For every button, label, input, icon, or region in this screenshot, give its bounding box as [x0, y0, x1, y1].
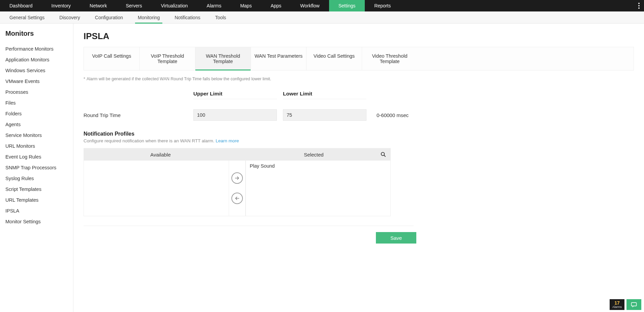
svg-line-1 — [384, 155, 385, 157]
main-content: IPSLA VoIP Call SettingsVoIP Threshold T… — [73, 24, 644, 312]
topnav-item-network[interactable]: Network — [80, 0, 116, 11]
rtt-upper-input[interactable] — [193, 109, 277, 121]
alarms-badge[interactable]: 17 Alarms — [610, 299, 624, 310]
settings-scroll[interactable]: *Alarm will be generated if the collecte… — [84, 73, 634, 300]
available-list[interactable] — [84, 161, 229, 216]
topnav-item-workflow[interactable]: Workflow — [291, 0, 329, 11]
chat-icon[interactable] — [626, 299, 641, 310]
sidebar-item-url-monitors[interactable]: URL Monitors — [5, 141, 68, 151]
sidebar-item-snmp-trap-processors[interactable]: SNMP Trap Processors — [5, 162, 68, 173]
tab-video-call-settings[interactable]: Video Call Settings — [306, 47, 362, 70]
sidebar-item-url-templates[interactable]: URL Templates — [5, 195, 68, 205]
sidebar-item-service-monitors[interactable]: Service Monitors — [5, 130, 68, 141]
page-title: IPSLA — [84, 31, 634, 41]
save-button[interactable]: Save — [376, 232, 416, 244]
topnav-item-alarms[interactable]: Alarms — [197, 0, 231, 11]
topnav-item-apps[interactable]: Apps — [261, 0, 291, 11]
sidebar: Monitors Performance MonitorsApplication… — [0, 24, 73, 312]
top-navbar: DashboardInventoryNetworkServersVirtuali… — [0, 0, 644, 11]
sidebar-item-files[interactable]: Files — [5, 97, 68, 108]
sidebar-item-monitor-settings[interactable]: Monitor Settings — [5, 216, 68, 227]
sidebar-item-windows-services[interactable]: Windows Services — [5, 65, 68, 76]
move-left-button[interactable] — [231, 193, 243, 204]
sidebar-item-vmware-events[interactable]: VMware Events — [5, 76, 68, 87]
selected-item[interactable]: Play Sound — [246, 161, 391, 171]
kebab-menu-icon[interactable] — [634, 0, 644, 11]
svg-rect-4 — [632, 303, 637, 306]
topnav-item-inventory[interactable]: Inventory — [42, 0, 80, 11]
subnav-item-discovery[interactable]: Discovery — [52, 11, 87, 23]
subnav-item-configuration[interactable]: Configuration — [88, 11, 130, 23]
topnav-item-servers[interactable]: Servers — [116, 0, 151, 11]
search-icon[interactable] — [380, 151, 386, 158]
sidebar-title: Monitors — [5, 30, 68, 37]
bottom-tray: 17 Alarms — [610, 299, 641, 310]
profiles-duallist: Available Selected — [84, 148, 391, 216]
topnav-item-settings[interactable]: Settings — [329, 0, 365, 11]
topnav-item-maps[interactable]: Maps — [231, 0, 261, 11]
tab-wan-threshold-template[interactable]: WAN Threshold Template — [195, 47, 251, 70]
rtt-label: Round Trip Time — [84, 112, 193, 118]
sub-navbar: General SettingsDiscoveryConfigurationMo… — [0, 11, 644, 24]
rtt-range: 0-60000 msec — [373, 112, 433, 118]
upper-limit-header: Upper Limit — [193, 91, 277, 99]
tab-wan-test-parameters[interactable]: WAN Test Parameters — [251, 47, 306, 70]
topnav-item-virtualization[interactable]: Virtualization — [152, 0, 197, 11]
profiles-desc: Configure required notification when the… — [84, 138, 624, 143]
subnav-item-tools[interactable]: Tools — [208, 11, 234, 23]
sidebar-item-folders[interactable]: Folders — [5, 108, 68, 119]
tab-voip-call-settings[interactable]: VoIP Call Settings — [84, 47, 139, 70]
divider — [84, 226, 414, 226]
sidebar-item-ipsla[interactable]: IPSLA — [5, 205, 68, 216]
sidebar-item-syslog-rules[interactable]: Syslog Rules — [5, 173, 68, 184]
sidebar-item-processes[interactable]: Processes — [5, 87, 68, 97]
topnav-item-dashboard[interactable]: Dashboard — [0, 0, 42, 11]
hint-text: *Alarm will be generated if the collecte… — [84, 77, 624, 81]
subnav-item-notifications[interactable]: Notifications — [167, 11, 207, 23]
tab-voip-threshold-template[interactable]: VoIP Threshold Template — [139, 47, 195, 70]
profiles-title: Notification Profiles — [84, 131, 624, 137]
ipsla-tabstrip: VoIP Call SettingsVoIP Threshold Templat… — [84, 47, 634, 70]
selected-list[interactable]: Play Sound — [246, 161, 391, 216]
available-header: Available — [84, 152, 237, 158]
sidebar-item-event-log-rules[interactable]: Event Log Rules — [5, 151, 68, 162]
rtt-lower-input[interactable] — [283, 109, 366, 121]
sidebar-item-application-monitors[interactable]: Application Monitors — [5, 54, 68, 65]
subnav-item-monitoring[interactable]: Monitoring — [130, 11, 167, 23]
sidebar-item-agents[interactable]: Agents — [5, 119, 68, 130]
move-right-button[interactable] — [231, 172, 243, 184]
selected-header: Selected — [237, 152, 390, 158]
subnav-item-general-settings[interactable]: General Settings — [2, 11, 52, 23]
sidebar-item-script-templates[interactable]: Script Templates — [5, 184, 68, 195]
topnav-item-reports[interactable]: Reports — [365, 0, 400, 11]
learn-more-link[interactable]: Learn more — [216, 138, 239, 143]
lower-limit-header: Lower Limit — [283, 91, 366, 99]
sidebar-item-performance-monitors[interactable]: Performance Monitors — [5, 44, 68, 54]
tab-video-threshold-template[interactable]: Video Threshold Template — [362, 47, 417, 70]
